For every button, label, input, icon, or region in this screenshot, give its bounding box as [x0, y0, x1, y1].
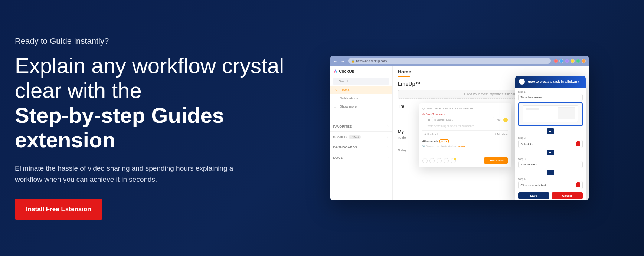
chevron-right-icon: ›	[387, 124, 388, 128]
create-task-button[interactable]: Create task	[484, 157, 507, 164]
hero-subtext: Eliminate the hassle of video sharing an…	[15, 163, 260, 186]
sidebar-section-docs[interactable]: DOCS ›	[330, 152, 392, 163]
browser-url-bar: ← → 🔒 https://app.clickup.com/	[330, 56, 589, 66]
clip-icon: 📎	[422, 145, 425, 147]
step-label: Step 1	[518, 91, 583, 93]
warning-icon: ⚠	[422, 112, 425, 115]
guide-title: How to create a task in ClickUp?	[528, 80, 579, 83]
sidebar-item-label: Home	[341, 88, 350, 92]
description-input[interactable]: Write something or type '/' for commands	[422, 122, 508, 130]
select-list-dropdown[interactable]: ⌕ Select List...	[432, 117, 494, 122]
modal-tools	[422, 158, 456, 163]
clickup-logo-icon	[333, 69, 338, 73]
headline-light: Explain any workflow crystal clear with …	[15, 53, 284, 102]
drag-hint: 📎 Drag and drop files to attach or brows…	[422, 145, 508, 147]
search-placeholder: Search	[339, 79, 350, 83]
in-label: In	[428, 118, 430, 121]
task-name-warning: ⚠ Enter Task Name	[422, 112, 508, 115]
step-label: Step 3	[518, 158, 583, 160]
extension-icons	[554, 59, 586, 63]
ext-icon[interactable]	[565, 59, 569, 63]
forward-arrow-icon[interactable]: →	[341, 59, 345, 63]
trash-icon[interactable]	[576, 183, 580, 187]
sidebar-section-dashboards[interactable]: DASHBOARDS ›	[330, 142, 392, 152]
chevron-right-icon: ›	[387, 155, 388, 160]
tool-icon[interactable]	[451, 158, 456, 163]
guide-save-button[interactable]: Save	[518, 192, 549, 199]
section-label: DASHBOARDS	[333, 145, 357, 149]
sidebar-item-label: Show more	[340, 105, 357, 108]
section-label: SPACES ↺ Back	[333, 135, 361, 139]
guide-header: ◈ How to create a task in ClickUp?	[515, 76, 586, 88]
title-underline	[398, 76, 410, 77]
step-text: Type task name	[521, 96, 542, 99]
sidebar: ClickUp ⌕ Search ⌂ Home ☰ Notifications …	[330, 66, 393, 200]
tool-icon[interactable]	[444, 158, 449, 163]
home-icon: ⌂	[334, 88, 338, 92]
add-step-button[interactable]: +	[547, 170, 554, 175]
trash-icon[interactable]	[576, 142, 580, 146]
guide-logo-icon: ◈	[519, 79, 525, 85]
hero-eyebrow: Ready to Guide Instantly?	[15, 36, 290, 46]
sidebar-item-label: Notifications	[340, 96, 358, 100]
add-subtask-button[interactable]: + Add subtask	[422, 133, 439, 135]
add-checklist-button[interactable]: + Add chec	[495, 133, 508, 135]
add-step-button[interactable]: +	[547, 128, 554, 134]
section-label: DOCS	[333, 156, 343, 160]
browser-mockup: ← → 🔒 https://app.clickup.com/ ClickUp	[330, 56, 589, 200]
sidebar-item-home[interactable]: ⌂ Home	[330, 86, 392, 94]
url-input[interactable]: 🔒 https://app.clickup.com/	[348, 58, 551, 64]
step-input[interactable]: Click on create task	[518, 181, 583, 189]
step-input[interactable]: Select list	[518, 140, 583, 148]
back-arrow-icon[interactable]: ←	[333, 59, 338, 63]
guide-panel: ◈ How to create a task in ClickUp? Step …	[515, 76, 586, 200]
bell-icon: ☰	[333, 96, 337, 100]
search-input[interactable]: ⌕ Search	[333, 78, 389, 85]
browse-link[interactable]: browse	[458, 145, 465, 147]
headline-bold: Step-by-step Guides extension	[15, 103, 290, 152]
illustration: ← → 🔒 https://app.clickup.com/ ClickUp	[290, 56, 629, 200]
step-text: Select list	[521, 142, 533, 146]
chevron-down-icon: ↓	[333, 105, 337, 108]
step-thumbnail[interactable]	[518, 102, 583, 126]
hero-headline: Explain any workflow crystal clear with …	[15, 53, 290, 152]
ext-icon[interactable]	[559, 59, 563, 63]
tool-icon[interactable]	[429, 158, 435, 163]
sidebar-item-show-more[interactable]: ↓ Show more	[330, 102, 392, 111]
assignee-avatar[interactable]	[503, 118, 508, 122]
ext-icon[interactable]	[576, 59, 580, 63]
step-text: Add subtask	[521, 163, 537, 166]
tool-icon[interactable]	[437, 158, 442, 163]
chevron-right-icon: ›	[387, 135, 388, 139]
guide-cancel-button[interactable]: Cancel	[552, 192, 583, 199]
search-icon: ⌕	[336, 79, 337, 83]
back-badge: ↺ Back	[349, 135, 361, 139]
add-step-button[interactable]: +	[547, 150, 554, 155]
sidebar-item-notifications[interactable]: ☰ Notifications	[330, 94, 392, 102]
clickup-logo[interactable]: ClickUp	[330, 66, 392, 76]
ext-icon[interactable]	[554, 59, 558, 63]
step-input[interactable]: Add subtask	[518, 161, 583, 168]
tool-icon[interactable]	[422, 158, 428, 163]
url-text: https://app.clickup.com/	[356, 59, 388, 63]
ext-icon[interactable]	[571, 59, 575, 63]
attachments-label: Attachments	[422, 140, 438, 142]
lock-icon: 🔒	[351, 59, 355, 63]
install-extension-button[interactable]: Install Free Extension	[15, 199, 102, 220]
step-input[interactable]: Type task name	[518, 94, 583, 101]
ext-icon[interactable]	[582, 59, 586, 63]
add-attachment-button[interactable]: Add ▾	[439, 139, 449, 143]
guide-body: Step 1 Type task name + Step 2 Select li…	[515, 88, 586, 200]
logo-text: ClickUp	[339, 69, 354, 73]
task-name-prompt[interactable]: Task name or type '/' for commands	[427, 107, 474, 110]
page-title: Home	[398, 69, 584, 75]
sidebar-section-favorites[interactable]: FAVORITES ›	[330, 121, 392, 131]
sidebar-section-spaces[interactable]: SPACES ↺ Back ›	[330, 131, 392, 142]
step-label: Step 2	[518, 137, 583, 139]
for-label: For	[497, 118, 501, 121]
status-bullet-icon[interactable]	[422, 108, 425, 110]
create-task-modal: Task name or type '/' for commands ⚠ Ent…	[419, 103, 511, 167]
step-label: Step 4	[518, 178, 583, 180]
step-text: Click on create task	[521, 184, 547, 187]
task-name-row: Task name or type '/' for commands	[422, 107, 508, 110]
